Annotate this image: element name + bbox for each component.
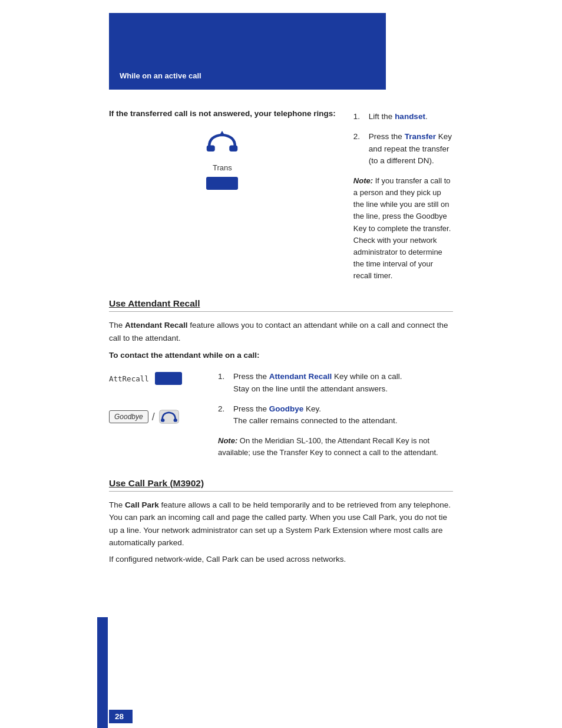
recall-step-num-2: 2. bbox=[218, 403, 229, 427]
recall-step-2: 2. Press the Goodbye Key. The caller rem… bbox=[218, 403, 453, 427]
page-number: 28 bbox=[109, 710, 133, 723]
phone-illustration: Trans bbox=[109, 130, 336, 190]
transfer-left: If the transferred call is not answered,… bbox=[109, 108, 336, 282]
transfer-note-body: If you transfer a call to a person and t… bbox=[353, 176, 451, 280]
call-park-intro: The Call Park feature allows a call to b… bbox=[109, 499, 453, 549]
recall-step-text-1: Press the Attendant Recall Key while on … bbox=[233, 371, 453, 395]
recall-step-2-detail: The caller remains connected to the atte… bbox=[233, 415, 453, 427]
header-subtitle: While on an active call bbox=[120, 71, 201, 80]
recall-step-1: 1. Press the Attendant Recall Key while … bbox=[218, 371, 453, 395]
step-num-2: 2. bbox=[353, 131, 364, 167]
transfer-section: If the transferred call is not answered,… bbox=[109, 108, 453, 282]
goodbye-handset-icon bbox=[158, 409, 180, 425]
attendant-recall-bold: Attendant Recall bbox=[125, 321, 188, 330]
recall-step-text-2: Press the Goodbye Key. The caller remain… bbox=[233, 403, 453, 427]
svg-rect-5 bbox=[173, 419, 177, 423]
goodbye-button-label: Goodbye bbox=[109, 410, 148, 423]
step-text-2: Press the Transfer Key and repeat the tr… bbox=[369, 131, 453, 167]
attendant-recall-sublabel: To contact the attendant while on a call… bbox=[109, 350, 453, 361]
goodbye-row: Goodbye / bbox=[109, 409, 200, 425]
recall-step-1-detail: Stay on the line until the attendant ans… bbox=[233, 383, 453, 395]
step-num-1: 1. bbox=[353, 111, 364, 123]
transfer-right: 1. Lift the handset. 2. Press the Transf… bbox=[353, 108, 453, 282]
svg-rect-4 bbox=[161, 419, 164, 423]
attendant-recall-intro: The Attendant Recall feature allows you … bbox=[109, 319, 453, 344]
recall-note-label: Note: bbox=[218, 436, 237, 445]
transfer-note-label: Note: bbox=[353, 176, 373, 185]
svg-rect-1 bbox=[230, 145, 238, 151]
recall-right: 1. Press the Attendant Recall Key while … bbox=[218, 368, 453, 459]
attendant-recall-link[interactable]: Attendant Recall bbox=[269, 372, 332, 381]
recall-note-body: On the Meridian SL-100, the Attendant Re… bbox=[218, 436, 438, 457]
main-content: If the transferred call is not answered,… bbox=[109, 90, 453, 566]
recall-steps: 1. Press the Attendant Recall Key while … bbox=[218, 371, 453, 427]
call-park-title: Use Call Park (M3902) bbox=[109, 478, 204, 488]
goodbye-link[interactable]: Goodbye bbox=[269, 404, 304, 413]
attendant-recall-title: Use Attendant Recall bbox=[109, 298, 200, 308]
attendant-recall-header: Use Attendant Recall bbox=[109, 298, 453, 312]
call-park-header: Use Call Park (M3902) bbox=[109, 478, 453, 492]
transfer-step-1: 1. Lift the handset. bbox=[353, 111, 453, 123]
slash-divider: / bbox=[152, 411, 155, 423]
recall-section: AttRecall Goodbye / bbox=[109, 368, 453, 459]
call-park-bold: Call Park bbox=[125, 500, 159, 509]
call-park-body: The Call Park feature allows a call to b… bbox=[109, 499, 453, 566]
page-container: While on an active call If the transferr… bbox=[0, 13, 562, 728]
transfer-description: If the transferred call is not answered,… bbox=[109, 108, 336, 120]
trans-button bbox=[206, 177, 238, 190]
header-banner: While on an active call bbox=[109, 13, 386, 90]
recall-left: AttRecall Goodbye / bbox=[109, 368, 200, 459]
transfer-steps: 1. Lift the handset. 2. Press the Transf… bbox=[353, 111, 453, 167]
recall-note: Note: On the Meridian SL-100, the Attend… bbox=[218, 435, 453, 459]
recall-key-label: AttRecall bbox=[109, 374, 149, 383]
svg-marker-2 bbox=[219, 131, 226, 136]
call-park-extra: If configured network-wide, Call Park ca… bbox=[109, 553, 453, 566]
recall-step-num-1: 1. bbox=[218, 371, 229, 395]
phone-label: Trans bbox=[213, 163, 232, 172]
handset-link[interactable]: handset bbox=[395, 112, 425, 121]
recall-blue-button bbox=[155, 372, 182, 385]
recall-step-1-main: Press the Attendant Recall Key while on … bbox=[233, 371, 453, 383]
svg-rect-0 bbox=[207, 145, 215, 151]
recall-key-row: AttRecall bbox=[109, 372, 200, 385]
transfer-link[interactable]: Transfer bbox=[405, 132, 436, 141]
recall-step-2-main: Press the Goodbye Key. bbox=[233, 403, 453, 415]
step-text-1: Lift the handset. bbox=[369, 111, 453, 123]
phone-icon bbox=[201, 130, 243, 160]
left-blue-bar bbox=[97, 617, 108, 728]
transfer-note: Note: If you transfer a call to a person… bbox=[353, 175, 453, 282]
transfer-step-2: 2. Press the Transfer Key and repeat the… bbox=[353, 131, 453, 167]
